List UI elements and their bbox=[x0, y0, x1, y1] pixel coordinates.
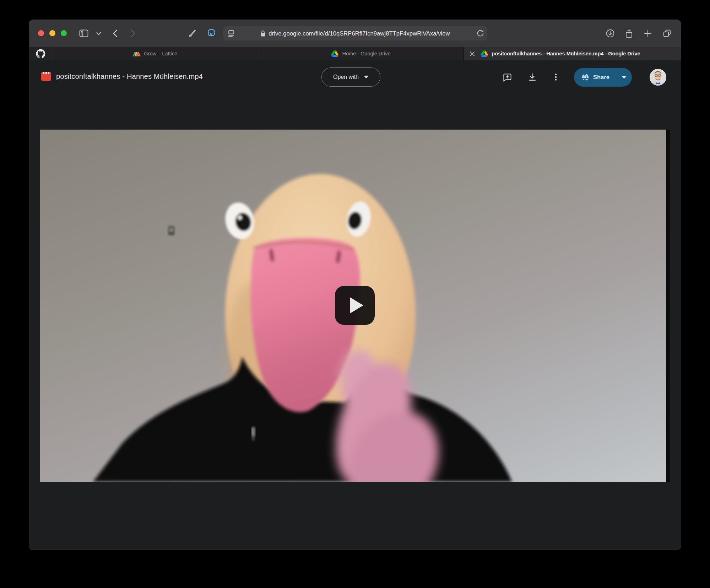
tab-overview-button[interactable] bbox=[659, 20, 675, 47]
new-tab-icon bbox=[644, 29, 652, 37]
reload-button[interactable] bbox=[476, 29, 484, 37]
downloads-icon bbox=[606, 29, 615, 38]
tab-label: Grow – Lattice bbox=[144, 51, 178, 56]
url-text: drive.google.com/file/d/10qSRP6Rfl7Icn9a… bbox=[269, 30, 450, 37]
file-title: positconftalkhannes - Hannes Mühleisen.m… bbox=[56, 72, 203, 81]
back-button[interactable] bbox=[107, 20, 123, 47]
drive-preview-page: positconftalkhannes - Hannes Mühleisen.m… bbox=[29, 60, 681, 550]
download-icon bbox=[527, 72, 537, 82]
play-icon bbox=[350, 297, 363, 314]
share-dropdown-button[interactable] bbox=[616, 68, 632, 87]
forward-button[interactable] bbox=[125, 20, 141, 47]
tab-grow-lattice[interactable]: Grow – Lattice bbox=[52, 47, 258, 60]
share-sheet-icon bbox=[625, 29, 633, 38]
new-tab-button[interactable] bbox=[640, 20, 656, 47]
open-with-button[interactable]: Open with bbox=[321, 67, 380, 87]
tab-label: Home - Google Drive bbox=[342, 51, 390, 56]
share-label: Share bbox=[593, 74, 609, 81]
drive-icon bbox=[331, 50, 338, 57]
close-window-button[interactable] bbox=[38, 30, 44, 36]
tab-video-file[interactable]: positconftalkhannes - Hannes Mühleisen.m… bbox=[464, 47, 681, 60]
zoom-window-button[interactable] bbox=[61, 30, 67, 36]
safari-toolbar: g drive.google.com/file/d/10qSRP6Rfl7Icn… bbox=[29, 20, 681, 47]
reload-icon bbox=[476, 29, 484, 37]
g-extension-icon: g bbox=[207, 29, 216, 38]
tab-label: positconftalkhannes - Hannes Mühleisen.m… bbox=[492, 51, 640, 56]
back-icon bbox=[113, 29, 118, 37]
chevron-down-icon bbox=[96, 32, 101, 35]
pinned-tab-github[interactable] bbox=[29, 47, 52, 60]
download-button[interactable] bbox=[524, 69, 541, 86]
share-button-group: Share bbox=[574, 68, 632, 87]
globe-icon bbox=[581, 73, 589, 81]
lattice-icon bbox=[133, 51, 141, 57]
add-comment-button[interactable] bbox=[499, 69, 516, 86]
comment-add-icon bbox=[503, 72, 512, 82]
page-format-icon[interactable] bbox=[227, 29, 235, 38]
play-button[interactable] bbox=[335, 286, 375, 325]
video-player[interactable] bbox=[40, 130, 670, 482]
marker-extension-button[interactable] bbox=[185, 20, 200, 47]
lock-icon bbox=[260, 30, 266, 37]
share-button[interactable]: Share bbox=[574, 68, 616, 87]
svg-text:g: g bbox=[210, 31, 213, 36]
drive-icon bbox=[481, 50, 488, 57]
tab-bar: Grow – Lattice Home - Google Drive posit… bbox=[29, 47, 681, 60]
caret-down-icon bbox=[364, 76, 369, 78]
sidebar-expand-button[interactable] bbox=[91, 20, 107, 47]
g-extension-button[interactable]: g bbox=[204, 20, 219, 47]
browser-window: g drive.google.com/file/d/10qSRP6Rfl7Icn… bbox=[29, 20, 681, 550]
github-icon bbox=[36, 49, 45, 59]
marker-extension-icon bbox=[188, 29, 197, 38]
open-with-label: Open with bbox=[333, 74, 359, 80]
tab-google-drive-home[interactable]: Home - Google Drive bbox=[258, 47, 464, 60]
more-options-button[interactable] bbox=[547, 69, 564, 86]
caret-down-icon bbox=[622, 76, 627, 79]
video-file-icon bbox=[41, 71, 52, 82]
close-tab-icon[interactable] bbox=[470, 51, 475, 56]
sidebar-toggle-button[interactable] bbox=[76, 20, 92, 47]
minimize-window-button[interactable] bbox=[49, 30, 55, 36]
desktop: g drive.google.com/file/d/10qSRP6Rfl7Icn… bbox=[0, 0, 710, 588]
downloads-button[interactable] bbox=[602, 20, 618, 47]
avatar-photo bbox=[650, 69, 666, 86]
share-sheet-button[interactable] bbox=[621, 20, 637, 47]
tab-overview-icon bbox=[662, 29, 672, 38]
more-vert-icon bbox=[552, 73, 560, 81]
address-bar[interactable]: drive.google.com/file/d/10qSRP6Rfl7Icn9a… bbox=[223, 26, 487, 40]
account-avatar[interactable] bbox=[650, 69, 666, 86]
url-group: drive.google.com/file/d/10qSRP6Rfl7Icn9a… bbox=[260, 30, 450, 37]
sidebar-icon bbox=[79, 29, 88, 37]
forward-icon bbox=[131, 29, 135, 37]
